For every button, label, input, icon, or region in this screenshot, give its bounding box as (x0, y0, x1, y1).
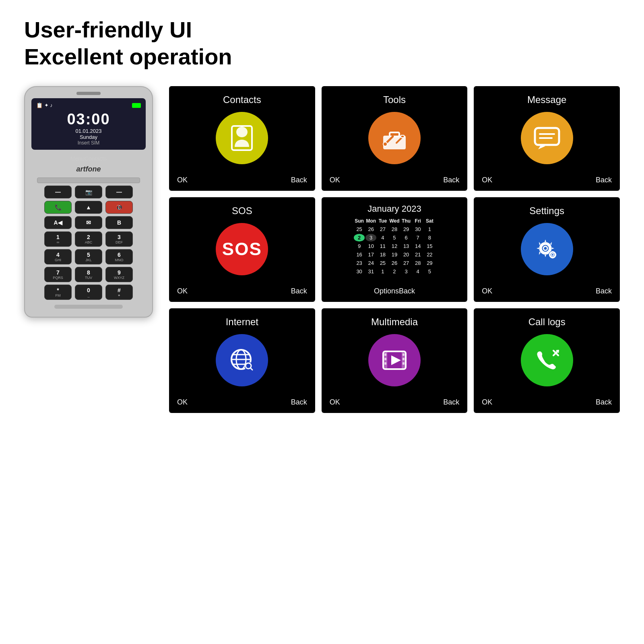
tools-ok[interactable]: OK (330, 176, 340, 184)
cal-cell: 9 (354, 242, 365, 250)
cal-cell: 20 (401, 251, 412, 258)
calendar-back[interactable]: Back (399, 287, 415, 295)
cal-day-header: Fri (413, 217, 423, 225)
sos-ok[interactable]: OK (177, 287, 188, 295)
sos-icon-circle: SOS (216, 223, 268, 275)
settings-back[interactable]: Back (596, 287, 612, 295)
screen-sim: Insert SIM (36, 140, 141, 146)
key-hash[interactable]: #✦ (105, 285, 133, 300)
phone-keypad: — 📷 — 📞 ▲ 📵 A◀ ✉ B 1∞ (31, 186, 146, 300)
svg-marker-30 (391, 355, 401, 365)
multimedia-ok[interactable]: OK (330, 398, 340, 407)
key-right-side[interactable]: — (105, 186, 133, 198)
sos-title: SOS (232, 205, 252, 217)
cal-cell: 29 (424, 259, 435, 267)
screen-calllogs: Call logs OK Back (474, 308, 620, 413)
cal-cell: 8 (424, 234, 435, 242)
status-icons: 📋 ✦ ♪ (36, 102, 53, 108)
phone: 📋 ✦ ♪ 03:00 01.01.2023 Sunday Insert SIM… (24, 86, 153, 318)
cal-cell: 2 (389, 268, 400, 275)
cal-cell: 3 (365, 234, 376, 242)
contacts-back[interactable]: Back (291, 176, 307, 184)
sos-buttons: OK Back (177, 287, 307, 295)
screens-grid: Contacts OK Back Tools (169, 86, 620, 413)
phone-bottom-bar (54, 305, 123, 309)
cal-cell: 17 (365, 251, 376, 258)
page-title: User-friendly UI Excellent operation (24, 16, 620, 70)
tools-back[interactable]: Back (443, 176, 459, 184)
key-9[interactable]: 9WXYZ (105, 267, 133, 282)
multimedia-title: Multimedia (371, 316, 418, 328)
key-left-side[interactable]: — (44, 186, 72, 198)
key-a[interactable]: A◀ (44, 216, 72, 229)
settings-title: Settings (529, 205, 564, 217)
cal-day-header: Wed (389, 217, 400, 225)
battery-icon (132, 103, 141, 108)
brand-name: artfone (76, 165, 101, 173)
message-back[interactable]: Back (596, 176, 612, 184)
calllogs-title: Call logs (528, 316, 566, 328)
calllogs-icon (531, 344, 563, 376)
screen-calendar: January 2023 SunMonTueWedThuFriSat252627… (322, 197, 468, 302)
key-1[interactable]: 1∞ (44, 231, 72, 247)
cal-cell: 18 (377, 251, 388, 258)
cal-cell: 28 (413, 259, 423, 267)
calendar-options[interactable]: Options (374, 287, 399, 295)
key-end[interactable]: 📵 (105, 201, 133, 214)
key-8[interactable]: 8TUV (75, 267, 102, 282)
sos-back[interactable]: Back (291, 287, 307, 295)
svg-rect-24 (384, 353, 386, 356)
settings-ok[interactable]: OK (482, 287, 492, 295)
message-ok[interactable]: OK (482, 176, 492, 184)
key-3[interactable]: 3DEF (105, 231, 133, 247)
screen-contacts: Contacts OK Back (169, 86, 315, 191)
calllogs-buttons: OK Back (482, 398, 612, 407)
internet-icon (226, 344, 258, 376)
key-2[interactable]: 2ABC (75, 231, 102, 247)
tools-icon (378, 122, 411, 154)
key-up[interactable]: ▲ (75, 201, 102, 214)
internet-title: Internet (226, 316, 258, 328)
screen-softkeys: Menu Contacts (66, 154, 111, 163)
cal-cell: 23 (354, 259, 365, 267)
menu-softkey[interactable]: Menu (70, 155, 85, 162)
cal-cell: 14 (413, 242, 423, 250)
cal-cell: 5 (424, 268, 435, 275)
contacts-softkey[interactable]: Contacts (85, 155, 107, 162)
screen-settings: Settings (474, 197, 620, 302)
cal-cell: 13 (401, 242, 412, 250)
phone-hinge (37, 178, 140, 183)
multimedia-back[interactable]: Back (443, 398, 459, 407)
cal-cell: 15 (424, 242, 435, 250)
cal-cell: 2 (354, 234, 365, 242)
key-7[interactable]: 7PQRS (44, 267, 72, 282)
internet-icon-circle (216, 334, 268, 386)
cal-day-header: Mon (365, 217, 376, 225)
key-call[interactable]: 📞 (44, 201, 72, 214)
key-b[interactable]: B (105, 216, 133, 229)
internet-ok[interactable]: OK (177, 398, 188, 407)
calllogs-ok[interactable]: OK (482, 398, 492, 407)
key-0[interactable]: 0_ (75, 285, 102, 300)
cal-day-header: Thu (401, 217, 412, 225)
cal-cell: 28 (389, 225, 400, 233)
cal-cell: 25 (354, 225, 365, 233)
key-5[interactable]: 5JKL (75, 249, 102, 264)
key-6[interactable]: 6MNO (105, 249, 133, 264)
key-star[interactable]: *FM (44, 285, 72, 300)
key-camera[interactable]: 📷 (75, 186, 102, 198)
key-msg[interactable]: ✉ (75, 216, 102, 229)
settings-icon (531, 233, 563, 265)
internet-back[interactable]: Back (291, 398, 307, 407)
svg-point-9 (543, 246, 547, 250)
contacts-buttons: OK Back (177, 176, 307, 184)
settings-icon-circle (521, 223, 573, 275)
calllogs-back[interactable]: Back (596, 398, 612, 407)
contacts-ok[interactable]: OK (177, 176, 188, 184)
key-4[interactable]: 4GHI (44, 249, 72, 264)
svg-rect-27 (402, 353, 405, 356)
cal-cell: 4 (377, 234, 388, 242)
cal-cell: 27 (377, 225, 388, 233)
calendar-grid: SunMonTueWedThuFriSat2526272829301234567… (354, 217, 435, 275)
svg-rect-26 (384, 362, 386, 365)
